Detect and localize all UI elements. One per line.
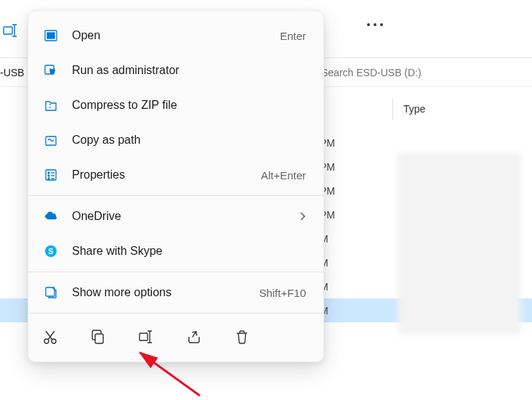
menu-separator <box>28 272 323 272</box>
ellipsis-icon <box>367 23 383 26</box>
menu-separator <box>28 195 323 196</box>
delete-button[interactable] <box>230 325 254 348</box>
scissors-icon <box>42 329 58 345</box>
show-more-icon <box>43 285 59 301</box>
menu-open[interactable]: Open Enter <box>28 18 323 53</box>
svg-rect-14 <box>95 334 103 343</box>
context-menu: Open Enter Run as administrator Compress… <box>28 10 324 362</box>
search-input[interactable] <box>321 62 525 83</box>
menu-separator <box>28 313 323 314</box>
address-fragment: -USB <box>0 67 24 78</box>
share-button[interactable] <box>182 325 206 348</box>
shortcut-text: Enter <box>280 30 306 42</box>
share-icon <box>186 329 202 345</box>
copy-path-icon <box>43 132 59 148</box>
rename-button[interactable] <box>134 325 158 348</box>
menu-show-more[interactable]: Show more options Shift+F10 <box>28 275 323 310</box>
cut-button[interactable] <box>39 325 62 348</box>
copy-button[interactable] <box>86 325 110 348</box>
svg-point-7 <box>48 175 49 176</box>
rename-icon <box>138 329 154 345</box>
properties-icon <box>43 167 59 183</box>
chevron-right-icon <box>299 211 306 221</box>
menu-onedrive[interactable]: OneDrive <box>28 199 323 234</box>
context-action-bar <box>28 317 323 357</box>
column-type-header[interactable]: Type <box>403 103 425 115</box>
column-divider <box>392 98 393 120</box>
menu-run-admin[interactable]: Run as administrator <box>28 53 323 88</box>
trash-icon <box>234 329 250 345</box>
svg-rect-15 <box>140 333 148 340</box>
menu-compress-zip[interactable]: Compress to ZIP file <box>28 88 323 123</box>
menu-skype[interactable]: S Share with Skype <box>28 234 323 269</box>
shortcut-text: Shift+F10 <box>259 287 306 299</box>
see-more-button[interactable] <box>367 23 383 26</box>
menu-copy-path[interactable]: Copy as path <box>28 123 323 158</box>
copy-icon <box>90 329 106 345</box>
zip-icon <box>43 97 59 113</box>
svg-point-8 <box>48 178 49 179</box>
onedrive-icon <box>43 208 59 224</box>
skype-icon: S <box>43 243 59 259</box>
open-icon <box>43 28 59 44</box>
svg-point-6 <box>48 172 49 174</box>
menu-properties[interactable]: Properties Alt+Enter <box>28 158 323 192</box>
svg-text:S: S <box>48 247 53 256</box>
rename-toolbar-icon[interactable] <box>1 22 19 39</box>
svg-rect-0 <box>4 27 12 34</box>
shield-icon <box>43 62 59 78</box>
preview-pane <box>398 152 521 334</box>
shortcut-text: Alt+Enter <box>261 169 306 181</box>
svg-rect-2 <box>47 33 55 38</box>
